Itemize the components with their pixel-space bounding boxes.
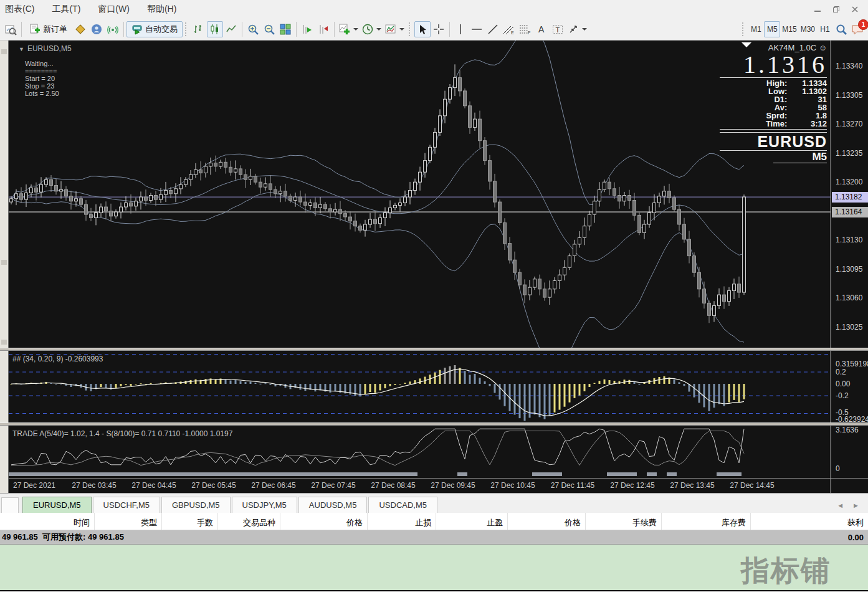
cursor-tool-icon[interactable]	[414, 21, 431, 37]
column-price-open[interactable]: 价格	[280, 513, 368, 530]
zoom-out-icon[interactable]	[261, 21, 277, 37]
timeframe-m1-button[interactable]: M1	[748, 21, 764, 37]
svg-text:A: A	[538, 24, 545, 34]
text-label-tool-icon[interactable]: T	[550, 21, 566, 37]
text-tool-icon[interactable]: A	[533, 21, 550, 37]
current-price-big: 1.1316	[693, 52, 827, 77]
line-chart-type-icon[interactable]	[223, 21, 239, 37]
channel-tool-icon[interactable]: E	[501, 21, 517, 37]
candle-chart-type-icon[interactable]	[207, 21, 223, 37]
crosshair-tool-icon[interactable]	[431, 21, 447, 37]
time-axis-label: 27 Dec 10:45	[484, 481, 541, 490]
terminal-table-header: 时间 类型 手数 交易品种 价格 止损 止盈 价格 手续费 库存费 获利	[0, 513, 868, 530]
column-swap[interactable]: 库存费	[662, 513, 751, 530]
column-symbol[interactable]: 交易品种	[218, 513, 280, 530]
tile-windows-icon[interactable]	[277, 21, 293, 37]
panel-splitter[interactable]	[0, 348, 868, 351]
indicators-dropdown-caret[interactable]	[353, 28, 358, 31]
arrows-tool-button[interactable]	[566, 21, 589, 37]
timeframe-m30-button[interactable]: M30	[799, 21, 817, 37]
auto-trading-button[interactable]: 自动交易	[126, 21, 183, 37]
menu-help[interactable]: 帮助(H)	[147, 4, 176, 15]
timeframe-h1-button[interactable]: H1	[817, 21, 833, 37]
chart-tab-bar: EURUSD,M5 USDCHF,M5 GBPUSD,M5 USDJPY,M5 …	[0, 493, 868, 513]
tab-usdjpy[interactable]: USDJPY,M5	[232, 497, 297, 513]
time-axis-label: 27 Dec 04:45	[125, 481, 183, 490]
time-axis-label: 27 Dec 09:45	[424, 481, 482, 490]
collapse-arrow-icon[interactable]: ▼	[19, 46, 24, 52]
indicator1-label: ## (34, 0.20, 9) -0.2603993	[12, 355, 103, 363]
chat-icon[interactable]: 1	[849, 21, 866, 37]
column-profit[interactable]: 获利	[751, 513, 868, 530]
column-commission[interactable]: 手续费	[586, 513, 662, 530]
time-axis-label: 27 Dec 07:45	[305, 481, 362, 490]
column-time[interactable]: 时间	[0, 513, 95, 530]
profit-value: 0.00	[848, 533, 868, 542]
auto-trading-label: 自动交易	[145, 24, 178, 35]
templates-button[interactable]	[383, 21, 406, 37]
toolbar: 新订单 自动交易 E F A T M1 M5 M15	[0, 19, 868, 41]
tab-eurusd[interactable]: EURUSD,M5	[22, 497, 92, 513]
ea-comment: Waiting... ======== Start = 20 Stop = 23…	[25, 60, 59, 97]
panel-splitter[interactable]	[0, 423, 868, 426]
timeframe-m15-button[interactable]: M15	[780, 21, 798, 37]
indicator1-axis-max: 0.3159198	[836, 360, 868, 368]
indicators-button[interactable]	[337, 21, 360, 37]
menu-chart[interactable]: 图表(C)	[5, 4, 34, 15]
periods-button[interactable]	[360, 21, 383, 37]
price-axis-label: 1.13200	[836, 178, 862, 186]
price-axis-label: 1.13305	[836, 91, 862, 100]
tab-audusd[interactable]: AUDUSD,M5	[298, 497, 368, 513]
restore-button[interactable]	[828, 3, 844, 16]
time-axis-label: 27 Dec 13:45	[664, 481, 721, 490]
templates-dropdown-caret[interactable]	[399, 28, 404, 31]
menu-window[interactable]: 窗口(W)	[98, 4, 130, 15]
zoom-in-icon[interactable]	[245, 21, 261, 37]
chart-symbol-label[interactable]: ▼EURUSD,M5	[19, 44, 72, 53]
price-axis-label: 1.13235	[836, 149, 862, 158]
tabs-scroll-right-icon[interactable]: ►	[852, 502, 859, 509]
chart-window-icon[interactable]	[2, 21, 19, 37]
tab-gbpusd[interactable]: GBPUSD,M5	[161, 497, 231, 513]
chart-workspace[interactable]: ▼EURUSD,M5 Waiting... ======== Start = 2…	[0, 41, 868, 493]
minimize-button[interactable]	[809, 3, 826, 16]
arrows-dropdown-caret[interactable]	[582, 28, 587, 31]
timeframe-m5-button[interactable]: M5	[764, 21, 780, 37]
tab-usdchf[interactable]: USDCHF,M5	[93, 497, 160, 513]
indicator1-axis-min: -0.6239243	[836, 415, 868, 424]
time-axis-label: 27 Dec 05:45	[185, 481, 242, 490]
vertical-line-tool-icon[interactable]	[452, 21, 469, 37]
menu-bar: 图表(C) 工具(T) 窗口(W) 帮助(H)	[0, 0, 868, 19]
fibonacci-tool-icon[interactable]: F	[517, 21, 533, 37]
column-stoploss[interactable]: 止损	[368, 513, 436, 530]
price-axis-label: 1.13340	[836, 62, 862, 70]
indicator1-axis-label: 0.2	[836, 368, 846, 376]
chart-shift-icon[interactable]	[315, 21, 331, 37]
column-takeprofit[interactable]: 止盈	[436, 513, 508, 530]
tabs-scroll-left-icon[interactable]: ◄	[837, 502, 844, 509]
column-price-current[interactable]: 价格	[508, 513, 586, 530]
signals-icon[interactable]	[105, 21, 121, 37]
time-axis-label: 27 Dec 11:45	[544, 481, 601, 490]
tab-stub[interactable]	[1, 497, 19, 513]
search-icon[interactable]	[833, 21, 849, 37]
community-icon[interactable]	[88, 21, 105, 37]
hline-price-tag: 1.13164	[832, 207, 868, 217]
close-button[interactable]	[847, 3, 863, 16]
column-lots[interactable]: 手数	[162, 513, 218, 530]
tab-usdcad[interactable]: USDCAD,M5	[368, 497, 437, 513]
trendline-tool-icon[interactable]	[485, 21, 501, 37]
periods-dropdown-caret[interactable]	[376, 28, 381, 31]
menu-tools[interactable]: 工具(T)	[52, 4, 80, 15]
column-type[interactable]: 类型	[95, 513, 162, 530]
bar-chart-type-icon[interactable]	[191, 21, 207, 37]
price-axis-label: 1.13060	[836, 294, 862, 302]
svg-text:T: T	[556, 26, 560, 34]
horizontal-line-tool-icon[interactable]	[469, 21, 485, 37]
time-axis-label: 27 Dec 08:45	[365, 481, 422, 490]
metaeditor-icon[interactable]	[72, 21, 88, 37]
auto-scroll-icon[interactable]	[299, 21, 315, 37]
info-symbol: EURUSD	[720, 132, 827, 151]
svg-text:E: E	[511, 31, 514, 35]
new-order-button[interactable]: 新订单	[24, 21, 72, 37]
